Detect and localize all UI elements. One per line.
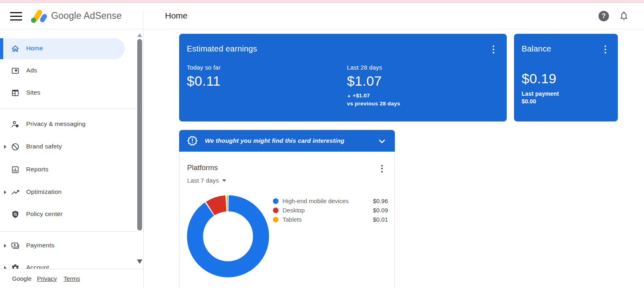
legend-value: $0.96 [373, 197, 388, 204]
chart-legend: High-end mobile devices $0.96 Desktop $0… [273, 196, 388, 224]
scrollbar-thumb[interactable] [137, 39, 142, 230]
legend-value: $0.01 [373, 216, 388, 223]
sidebar-item-label: Account [26, 264, 49, 269]
page-title: Home [165, 11, 188, 21]
account-settings-icon [11, 263, 20, 269]
product-name: Google AdSense [51, 10, 122, 21]
today-label: Today so far [187, 64, 221, 71]
platforms-title: Platforms [187, 164, 218, 172]
estimated-earnings-card: Estimated earnings Today so far $0.11 La… [179, 34, 507, 121]
legend-label: Desktop [283, 207, 373, 214]
sidebar-item-label: Privacy & messaging [26, 120, 86, 128]
banner-message: We thought you might find this card inte… [205, 137, 345, 144]
footer-google-label: Google [12, 275, 31, 282]
sidebar-item-account[interactable]: Account [0, 257, 143, 269]
sidebar-item-ads[interactable]: Ads [0, 60, 143, 81]
platforms-card: Platforms Last 7 days High-end mobile de… [179, 152, 395, 288]
optimization-icon [11, 188, 20, 197]
main-content: Estimated earnings Today so far $0.11 La… [143, 29, 644, 288]
ads-icon [11, 66, 20, 75]
balance-value: $0.19 [522, 71, 557, 86]
reports-icon [11, 165, 20, 174]
last28-label: Last 28 days [347, 64, 382, 71]
kebab-menu-icon[interactable] [489, 44, 498, 55]
browser-edge-strip [0, 0, 644, 3]
sidebar-item-home[interactable]: Home [0, 38, 143, 59]
sidebar-item-payments[interactable]: Payments [0, 235, 143, 256]
suggestion-banner[interactable]: We thought you might find this card inte… [179, 130, 395, 152]
up-triangle-icon: ▲ [347, 93, 351, 98]
sidebar-item-label: Brand safety [26, 143, 62, 150]
delta-line: ▲ +$1.07 [347, 93, 370, 99]
legend-value: $0.09 [373, 207, 388, 214]
last28-value: $1.07 [347, 73, 382, 89]
expand-arrow-icon[interactable] [4, 266, 6, 269]
expand-arrow-icon[interactable] [4, 244, 6, 248]
card-title: Estimated earnings [187, 44, 257, 53]
sidebar-item-label: Ads [26, 67, 37, 74]
legend-item: Desktop $0.09 [273, 206, 388, 215]
sidebar-item-reports[interactable]: Reports [0, 159, 143, 180]
sidebar: Home Ads Sites [0, 29, 143, 288]
menu-icon[interactable] [10, 11, 22, 21]
sidebar-item-privacy-messaging[interactable]: Privacy & messaging [0, 114, 143, 135]
delta-subtext: vs previous 28 days [347, 101, 400, 107]
new-releases-badge-icon [187, 135, 198, 146]
legend-dot-mobile [273, 198, 279, 204]
legend-dot-tablets [273, 217, 279, 222]
sidebar-item-label: Reports [26, 166, 48, 173]
sidebar-nav: Home Ads Sites [0, 29, 143, 269]
expand-arrow-icon[interactable] [4, 190, 6, 194]
help-icon[interactable]: ? [599, 11, 609, 21]
balance-card: Balance $0.19 Last payment $0.00 [514, 34, 618, 121]
last-payment-label: Last payment [522, 91, 559, 97]
today-value: $0.11 [187, 73, 221, 89]
kebab-menu-icon[interactable] [377, 163, 387, 174]
sidebar-divider [0, 109, 137, 109]
adsense-home-screen: Google AdSense Home ? Home [0, 0, 644, 288]
sidebar-item-label: Sites [26, 89, 40, 96]
active-pill [3, 38, 125, 59]
active-indicator-bar [0, 38, 3, 59]
adsense-logo-icon [29, 8, 49, 24]
sidebar-footer: Google Privacy Terms [0, 269, 143, 288]
footer-terms-link[interactable]: Terms [64, 275, 80, 282]
last-payment-value: $0.00 [522, 98, 536, 105]
expand-arrow-icon[interactable] [4, 145, 6, 149]
topbar-divider [143, 10, 143, 29]
kebab-menu-icon[interactable] [601, 44, 610, 55]
brand-safety-icon [11, 142, 20, 151]
legend-label: Tablets [283, 216, 373, 223]
sidebar-item-brand-safety[interactable]: Brand safety [0, 136, 143, 157]
sidebar-item-label: Optimization [26, 188, 62, 195]
privacy-messaging-icon [11, 120, 20, 129]
legend-item: Tablets $0.01 [273, 215, 388, 224]
payments-icon [11, 241, 20, 250]
policy-center-icon [11, 210, 20, 219]
sidebar-item-label: Payments [26, 242, 54, 249]
donut-segment-0[interactable] [195, 204, 261, 269]
platforms-donut-chart [187, 195, 269, 278]
sidebar-item-label: Home [26, 45, 43, 52]
delta-value: +$1.07 [353, 93, 370, 99]
sidebar-item-policy-center[interactable]: Policy center [0, 204, 143, 225]
chevron-down-icon[interactable] [377, 136, 387, 146]
caret-down-icon [222, 179, 226, 182]
legend-label: High-end mobile devices [283, 197, 373, 204]
home-icon [11, 44, 20, 53]
sites-icon [11, 88, 20, 97]
notifications-bell-icon[interactable] [619, 10, 629, 22]
sidebar-item-label: Policy center [26, 210, 63, 218]
sidebar-divider [0, 231, 137, 232]
date-range-dropdown[interactable]: Last 7 days [187, 177, 226, 184]
legend-dot-desktop [273, 208, 279, 213]
scrollbar-up-arrow[interactable] [137, 33, 142, 37]
topbar: Google AdSense Home ? [0, 3, 644, 29]
footer-privacy-link[interactable]: Privacy [37, 275, 57, 282]
sidebar-item-sites[interactable]: Sites [0, 82, 143, 103]
legend-item: High-end mobile devices $0.96 [273, 196, 388, 206]
card-title: Balance [522, 44, 551, 53]
date-range-label: Last 7 days [187, 177, 219, 184]
sidebar-item-optimization[interactable]: Optimization [0, 182, 143, 203]
scrollbar-down-arrow[interactable] [137, 259, 142, 264]
